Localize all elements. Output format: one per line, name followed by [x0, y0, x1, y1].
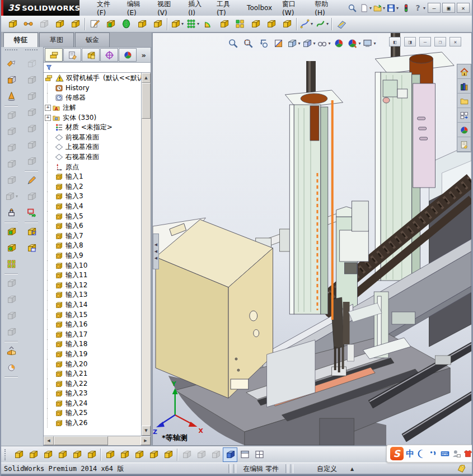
dropdown-arrow-icon[interactable]: ▾	[311, 21, 313, 26]
tree-item-input[interactable]: 输入3	[44, 192, 141, 202]
interference-detection-button[interactable]	[3, 204, 20, 221]
tree-item-input[interactable]: 输入11	[44, 270, 141, 281]
punctuation-button[interactable]	[428, 447, 439, 460]
tree-item-input[interactable]: 输入9	[44, 251, 141, 261]
hide-show-items-button[interactable]: ▾	[316, 36, 331, 50]
extrude-button[interactable]	[102, 16, 118, 32]
scroll-up-icon[interactable]: ▲	[142, 73, 151, 83]
exploded-cube-button[interactable]	[23, 223, 40, 240]
tree-item-input[interactable]: 输入10	[44, 260, 141, 270]
rib-button[interactable]	[279, 16, 294, 32]
fillet-button[interactable]	[200, 16, 216, 32]
tree-item-root[interactable]: 双臂机械手(默认<<默认	[44, 73, 141, 83]
large-assembly-button[interactable]	[3, 307, 20, 324]
grid-button[interactable]	[194, 447, 208, 462]
doc-minimize-button[interactable]: –	[419, 37, 431, 46]
slot-button[interactable]	[179, 447, 194, 462]
arc-button[interactable]	[102, 447, 117, 462]
isometric-view-button[interactable]	[23, 153, 40, 169]
rotate-component-button[interactable]	[3, 88, 20, 104]
dropdown-arrow-icon[interactable]: ▾	[298, 41, 300, 46]
rapid-sketch-button[interactable]	[23, 204, 40, 221]
open-button[interactable]: ▾	[372, 2, 386, 14]
right-view-button[interactable]	[23, 104, 40, 120]
design-library-button[interactable]	[457, 79, 471, 94]
tree-item-input[interactable]: 输入16	[44, 320, 141, 330]
toolbar-drag-handle[interactable]	[5, 49, 17, 54]
smart-fasteners-button[interactable]	[3, 139, 20, 156]
account-button[interactable]	[451, 447, 462, 460]
revolve-button[interactable]	[118, 16, 134, 32]
trim-button[interactable]	[69, 447, 84, 462]
back-view-button[interactable]	[23, 72, 40, 88]
tab-sheet-metal[interactable]: 钣金	[75, 32, 110, 47]
featuremanager-tree-tab[interactable]	[45, 48, 63, 62]
dropdown-arrow-icon[interactable]: ▾	[358, 41, 360, 46]
smart-dimension-button[interactable]	[20, 16, 36, 32]
window-minimize-button[interactable]: –	[428, 3, 441, 13]
view-palette-button[interactable]	[457, 108, 471, 123]
tag-icon[interactable]	[457, 465, 466, 473]
scrollbar-thumb[interactable]	[142, 83, 151, 119]
toolbar-drag-handle[interactable]	[25, 49, 38, 54]
3d-sketch-button[interactable]	[23, 188, 40, 204]
parallel-button[interactable]	[132, 447, 146, 462]
sketch-button[interactable]	[87, 16, 102, 32]
skin-button[interactable]	[462, 447, 473, 460]
mate-button[interactable]	[3, 107, 20, 123]
edit-component-button[interactable]	[4, 16, 20, 32]
insert-components-button[interactable]	[3, 55, 20, 72]
tree-item[interactable]: 原点	[44, 162, 141, 172]
angle-snap-button[interactable]	[208, 447, 223, 462]
tree-filter-input[interactable]	[53, 63, 151, 72]
dropdown-arrow-icon[interactable]: ▾	[313, 41, 315, 46]
undo-button[interactable]	[36, 16, 51, 32]
linear-pattern-button[interactable]	[232, 16, 247, 32]
design-table-button[interactable]	[252, 447, 266, 462]
top-view-button[interactable]	[23, 120, 40, 137]
tree-item[interactable]: History	[44, 83, 141, 94]
perpendicular-button[interactable]	[84, 447, 99, 462]
boss-button[interactable]	[51, 16, 67, 32]
appearances-sphere-button[interactable]	[457, 123, 471, 137]
extruded-cut-button[interactable]: ▾	[169, 16, 185, 32]
edit-part-button[interactable]	[3, 123, 20, 139]
reference-geometry-button[interactable]	[334, 16, 349, 32]
tree-item[interactable]: 传感器	[44, 93, 141, 103]
expand-toggle-icon[interactable]: +	[45, 115, 51, 121]
tab-sketch[interactable]: 草图	[39, 32, 74, 47]
tree-item-input[interactable]: 输入8	[44, 241, 141, 251]
scroll-right-icon[interactable]: ▶	[141, 436, 151, 445]
new-assembly-button[interactable]	[3, 240, 20, 256]
tree-item[interactable]: 材质 <未指定>	[44, 123, 141, 133]
dropdown-arrow-icon[interactable]: ▾	[373, 41, 376, 46]
bottom-view-button[interactable]	[23, 137, 40, 153]
tree-item-input[interactable]: 输入15	[44, 310, 141, 320]
corner-rectangle-button[interactable]	[146, 447, 161, 462]
tree-item-input[interactable]: 输入21	[44, 369, 141, 379]
dropdown-arrow-icon[interactable]: ▾	[423, 6, 425, 11]
appearances-button[interactable]: ▾	[346, 36, 362, 50]
options-traffic-light-button[interactable]	[399, 2, 413, 14]
tree-item-input[interactable]: 输入24	[44, 399, 141, 409]
instant3d-button[interactable]	[3, 359, 20, 375]
section-cube-button[interactable]	[23, 240, 40, 256]
scroll-down-icon[interactable]: ▼	[142, 426, 151, 436]
previous-view-button[interactable]	[256, 36, 271, 50]
tree-item[interactable]: +实体 (330)	[44, 113, 141, 123]
zoom-area-button[interactable]	[241, 36, 256, 50]
new-document-button[interactable]: ▾	[359, 2, 372, 14]
shell-button[interactable]	[263, 16, 279, 32]
chinese-mode-button[interactable]: 中	[404, 447, 416, 460]
tree-item-input[interactable]: 输入5	[44, 211, 141, 221]
dropdown-arrow-icon[interactable]: ▾	[383, 6, 385, 11]
dropdown-arrow-icon[interactable]: ▾	[197, 21, 199, 26]
tree-item-input[interactable]: 输入1	[44, 172, 141, 182]
home-button[interactable]	[457, 64, 471, 79]
tree-item-input[interactable]: 输入4	[44, 202, 141, 212]
section-view-button[interactable]	[271, 36, 286, 50]
tree-item-input[interactable]: 输入26	[44, 418, 141, 428]
tree-item-input[interactable]: 输入23	[44, 389, 141, 399]
menu-toolbox[interactable]: Toolbox	[242, 2, 277, 14]
pattern-grid-button[interactable]	[3, 256, 20, 272]
